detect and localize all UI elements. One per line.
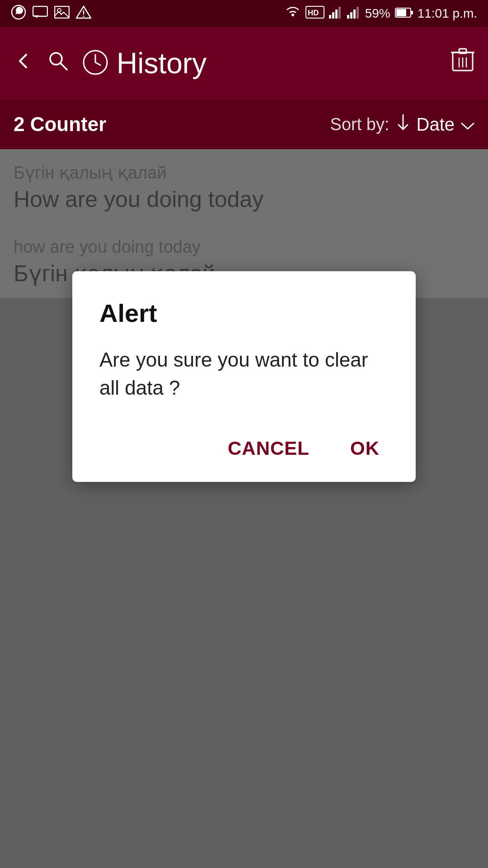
- svg-line-22: [61, 63, 67, 70]
- alert-buttons: CANCEL OK: [99, 429, 389, 464]
- svg-rect-1: [33, 6, 47, 16]
- svg-text:HD: HD: [308, 9, 319, 17]
- cancel-button[interactable]: CANCEL: [219, 433, 319, 464]
- counter-label: 2 Counter: [14, 113, 330, 136]
- whatsapp-icon: [11, 5, 26, 23]
- svg-rect-2: [55, 6, 69, 18]
- svg-rect-19: [396, 9, 406, 16]
- svg-rect-17: [357, 7, 359, 19]
- signal1-icon: [329, 6, 343, 22]
- sort-field-label: Date: [417, 114, 455, 135]
- status-bar: HD 59% 11:01 p.m.: [0, 0, 488, 27]
- toolbar: History: [0, 27, 488, 99]
- svg-rect-11: [332, 12, 334, 19]
- hd-icon: HD: [305, 6, 324, 22]
- message-icon: [33, 6, 48, 22]
- svg-rect-20: [411, 11, 413, 14]
- battery-percent: 59%: [365, 6, 390, 21]
- svg-rect-12: [335, 9, 338, 19]
- alert-title: Alert: [99, 298, 389, 328]
- sort-dropdown-icon[interactable]: [461, 114, 474, 135]
- toolbar-title: History: [117, 47, 451, 80]
- status-time: 11:01 p.m.: [418, 6, 477, 21]
- svg-point-7: [291, 14, 294, 16]
- alert-dialog: Alert Are you sure you want to clear all…: [72, 271, 416, 482]
- sort-by-label: Sort by:: [330, 115, 389, 134]
- svg-rect-26: [459, 49, 466, 53]
- search-button[interactable]: [47, 50, 69, 77]
- warning-icon: [76, 5, 91, 22]
- status-right-icons: HD 59% 11:01 p.m.: [285, 5, 477, 23]
- trash-button[interactable]: [451, 48, 474, 79]
- alert-message: Are you sure you want to clear all data …: [99, 346, 389, 401]
- back-button[interactable]: [14, 50, 33, 76]
- status-left-icons: [11, 5, 91, 23]
- svg-rect-16: [353, 9, 356, 19]
- history-clock-icon: [82, 49, 108, 77]
- svg-rect-13: [338, 7, 341, 19]
- image-icon: [54, 6, 70, 22]
- battery-icon: [395, 6, 413, 21]
- svg-point-6: [83, 15, 84, 17]
- ok-button[interactable]: OK: [341, 433, 389, 464]
- svg-rect-14: [347, 15, 349, 19]
- overlay: [0, 149, 488, 868]
- sort-direction-icon: [396, 114, 410, 135]
- svg-rect-15: [350, 12, 352, 19]
- signal2-icon: [347, 6, 361, 22]
- sort-section[interactable]: Sort by: Date: [330, 114, 474, 135]
- hotspot-icon: [285, 5, 301, 23]
- svg-rect-10: [329, 15, 331, 19]
- subheader: 2 Counter Sort by: Date: [0, 99, 488, 149]
